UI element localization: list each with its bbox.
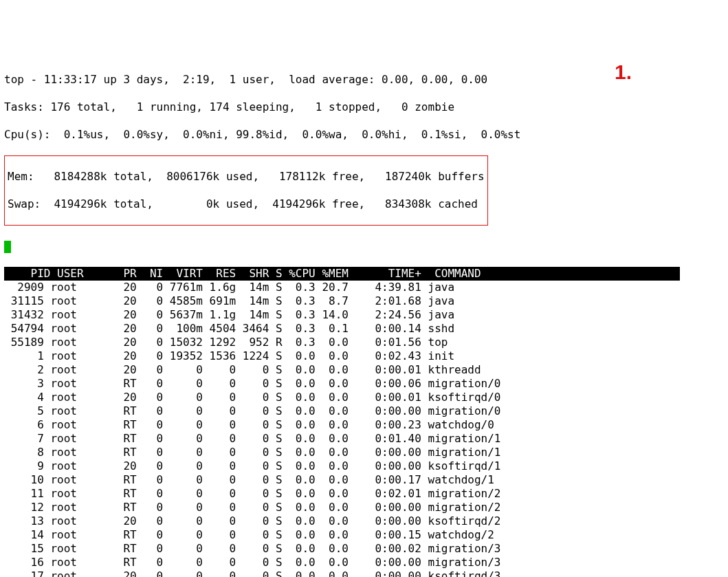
process-table-header: PID USER PR NI VIRT RES SHR S %CPU %MEM … [4, 267, 680, 281]
process-row[interactable]: 31115 root 20 0 4585m 691m 14m S 0.3 8.7… [4, 294, 724, 308]
process-row[interactable]: 7 root RT 0 0 0 0 S 0.0 0.0 0:01.40 migr… [4, 432, 724, 446]
process-row[interactable]: 13 root 20 0 0 0 0 S 0.0 0.0 0:00.00 kso… [4, 514, 724, 528]
top-terminal[interactable]: top - 11:33:17 up 3 days, 2:19, 1 user, … [4, 59, 724, 577]
summary-swap: Swap: 4194296k total, 0k used, 4194296k … [8, 197, 485, 211]
cursor-icon [4, 241, 11, 253]
process-row[interactable]: 3 root RT 0 0 0 0 S 0.0 0.0 0:00.06 migr… [4, 377, 724, 391]
process-row[interactable]: 17 root 20 0 0 0 0 S 0.0 0.0 0:00.00 kso… [4, 569, 724, 577]
process-row[interactable]: 6 root RT 0 0 0 0 S 0.0 0.0 0:00.23 watc… [4, 418, 724, 432]
process-row[interactable]: 2 root 20 0 0 0 0 S 0.0 0.0 0:00.01 kthr… [4, 363, 724, 377]
process-list: 2909 root 20 0 7761m 1.6g 14m S 0.3 20.7… [4, 281, 724, 577]
process-row[interactable]: 4 root 20 0 0 0 0 S 0.0 0.0 0:00.01 ksof… [4, 391, 724, 404]
summary-mem: Mem: 8184288k total, 8006176k used, 1781… [8, 170, 485, 184]
summary-tasks: Tasks: 176 total, 1 running, 174 sleepin… [4, 100, 724, 114]
summary-cpu: Cpu(s): 0.1%us, 0.0%sy, 0.0%ni, 99.8%id,… [4, 128, 724, 142]
process-row[interactable]: 55189 root 20 0 15032 1292 952 R 0.3 0.0… [4, 336, 724, 349]
process-row[interactable]: 31432 root 20 0 5637m 1.1g 14m S 0.3 14.… [4, 308, 724, 322]
process-row[interactable]: 10 root RT 0 0 0 0 S 0.0 0.0 0:00.17 wat… [4, 473, 724, 487]
process-row[interactable]: 14 root RT 0 0 0 0 S 0.0 0.0 0:00.15 wat… [4, 528, 724, 542]
process-row[interactable]: 11 root RT 0 0 0 0 S 0.0 0.0 0:02.01 mig… [4, 487, 724, 501]
process-row[interactable]: 5 root RT 0 0 0 0 S 0.0 0.0 0:00.00 migr… [4, 404, 724, 418]
mem-swap-highlight: Mem: 8184288k total, 8006176k used, 1781… [4, 155, 488, 226]
process-row[interactable]: 2909 root 20 0 7761m 1.6g 14m S 0.3 20.7… [4, 281, 724, 294]
process-row[interactable]: 9 root 20 0 0 0 0 S 0.0 0.0 0:00.00 ksof… [4, 459, 724, 473]
process-row[interactable]: 1 root 20 0 19352 1536 1224 S 0.0 0.0 0:… [4, 349, 724, 363]
process-row[interactable]: 16 root RT 0 0 0 0 S 0.0 0.0 0:00.00 mig… [4, 556, 724, 569]
process-row[interactable]: 54794 root 20 0 100m 4504 3464 S 0.3 0.1… [4, 322, 724, 336]
annotation-marker: 1. [615, 59, 632, 85]
process-row[interactable]: 15 root RT 0 0 0 0 S 0.0 0.0 0:00.02 mig… [4, 542, 724, 556]
process-row[interactable]: 8 root RT 0 0 0 0 S 0.0 0.0 0:00.00 migr… [4, 446, 724, 459]
process-row[interactable]: 12 root RT 0 0 0 0 S 0.0 0.0 0:00.00 mig… [4, 501, 724, 514]
